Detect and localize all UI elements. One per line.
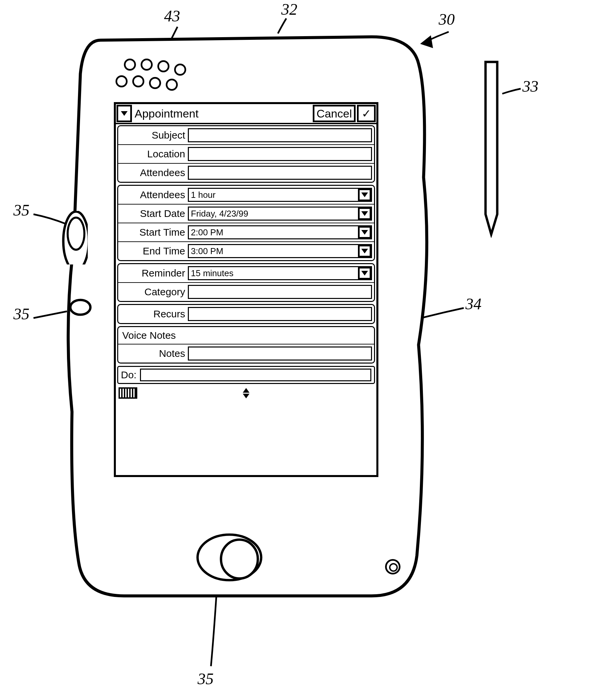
side-rocker-button[interactable] [61,211,88,265]
led-indicator [385,559,400,574]
form-row: Start Time 2:00 PM [118,223,374,241]
cancel-button[interactable]: Cancel [313,105,355,122]
chevron-down-icon [121,111,128,116]
command-bar: Do: [117,366,375,384]
svg-point-5 [221,540,258,578]
form-row: Location [118,144,374,163]
chevron-down-icon [361,249,368,254]
start-time-dropdown[interactable]: 2:00 PM [188,225,372,239]
field-label: Notes [118,345,188,362]
speaker-hole [141,59,153,71]
dropdown-button[interactable] [358,207,371,220]
chevron-down-icon [361,230,368,235]
dropdown-value: 2:00 PM [191,227,223,238]
field-label: Attendees [118,164,188,182]
voice-notes-label: Voice Notes [118,327,374,344]
nav-button[interactable] [194,529,271,586]
sort-icon[interactable] [243,388,250,398]
chevron-down-icon [243,394,250,398]
form-group: Subject Location Attendees [117,125,375,183]
form-group: Recurs [117,304,375,324]
category-field[interactable] [188,285,372,299]
dropdown-value: 1 hour [191,190,216,200]
field-label: Start Date [118,205,188,223]
form-row: Reminder 15 minutes [118,264,374,282]
dropdown-button[interactable] [358,267,371,280]
field-label: Reminder [118,264,188,282]
form-group: Voice Notes Notes [117,326,375,363]
form-row: Attendees [118,163,374,182]
form-row: Category [118,282,374,301]
speaker-hole [149,77,161,89]
speaker-hole [132,75,144,87]
svg-point-2 [68,218,84,250]
form-row: Start Date Friday, 4/23/99 [118,204,374,223]
dropdown-button[interactable] [358,189,371,201]
speaker-hole [116,75,128,87]
attendees-field[interactable] [188,166,372,180]
form-row: Attendees 1 hour [118,186,374,204]
dropdown-value: Friday, 4/23/99 [191,209,249,219]
form-row: Notes [118,344,374,362]
title-bar: Appointment Cancel ✓ [116,104,376,124]
bottom-bar [116,384,376,401]
form-row: Recurs [118,305,374,323]
chevron-up-icon [243,388,250,393]
keyboard-icon[interactable] [119,387,137,399]
location-field[interactable] [188,147,372,161]
reminder-dropdown[interactable]: 15 minutes [188,266,372,280]
field-label: Subject [118,126,188,144]
field-label: Location [118,145,188,163]
subject-field[interactable] [188,128,372,142]
field-label: End Time [118,242,188,260]
dropdown-value: 15 minutes [191,268,234,279]
ok-button[interactable]: ✓ [357,105,376,122]
chevron-down-icon [361,211,368,216]
command-label: Do: [121,369,137,380]
form-group: Attendees 1 hour Start Date Friday, 4/23… [117,185,375,261]
field-label: Recurs [118,305,188,323]
field-label: Start Time [118,223,188,241]
dropdown-button[interactable] [358,245,371,258]
chevron-down-icon [361,271,368,276]
dropdown-value: 3:00 PM [191,246,223,257]
form-row: Subject [118,126,374,144]
speaker-hole [166,79,178,91]
recurs-field[interactable] [188,307,372,321]
command-input[interactable] [140,368,371,381]
screen: Appointment Cancel ✓ Subject Location At… [114,102,378,477]
field-label: Category [118,283,188,301]
end-time-dropdown[interactable]: 3:00 PM [188,244,372,258]
screen-title: Appointment [133,104,312,123]
form-row: End Time 3:00 PM [118,241,374,260]
chevron-down-icon [361,193,368,197]
app-menu-button[interactable] [117,105,132,122]
dropdown-button[interactable] [358,226,371,239]
start-date-dropdown[interactable]: Friday, 4/23/99 [188,207,372,221]
form-group: Reminder 15 minutes Category [117,263,375,302]
duration-dropdown[interactable]: 1 hour [188,188,372,202]
side-button[interactable] [69,298,92,318]
speaker-hole [124,59,136,71]
speaker-hole [174,64,186,76]
stylus [482,60,502,238]
speaker-hole [157,60,170,72]
svg-point-3 [70,300,90,315]
notes-field[interactable] [188,347,372,360]
field-label: Attendees [118,186,188,204]
